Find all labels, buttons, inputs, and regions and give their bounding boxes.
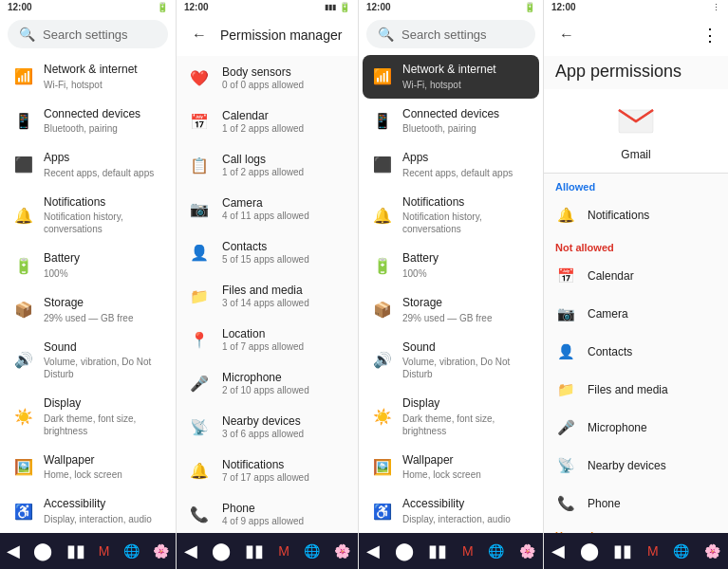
- home-nav-icon-3[interactable]: ⬤: [395, 541, 414, 561]
- recents-nav-icon-3[interactable]: ▮▮: [428, 541, 447, 561]
- not-allowed-phone-item[interactable]: 📞 Phone: [544, 485, 728, 523]
- settings-item-battery[interactable]: 🔋 Battery 100%: [4, 244, 172, 287]
- location-perm-icon: 📍: [188, 328, 211, 351]
- perm-item-microphone[interactable]: 🎤 Microphone 2 of 10 apps allowed: [177, 361, 358, 405]
- phone-perm-name: Phone: [222, 502, 304, 515]
- phone-perm-icon: 📞: [188, 503, 211, 525]
- settings-item-battery-3[interactable]: 🔋 Battery 100%: [363, 244, 539, 287]
- recents-nav-icon-4[interactable]: ▮▮: [613, 541, 632, 561]
- not-allowed-calendar-item[interactable]: 📅 Calendar: [544, 257, 728, 295]
- gmail-nav-icon-1[interactable]: M: [99, 543, 110, 559]
- connected-subtitle-3: Bluetooth, pairing: [402, 122, 530, 135]
- settings-item-wallpaper-3[interactable]: 🖼️ Wallpaper Home, lock screen: [363, 446, 539, 489]
- not-allowed-nearby-item[interactable]: 📡 Nearby devices: [544, 447, 728, 485]
- calllogs-name: Call logs: [222, 153, 304, 166]
- camera-perm-icon: 📷: [188, 197, 211, 220]
- accessibility-title: Accessibility: [44, 497, 162, 512]
- home-nav-icon-1[interactable]: ⬤: [33, 541, 52, 561]
- back-nav-icon-2[interactable]: ◀: [184, 541, 197, 561]
- nearby-perm-name: Nearby devices: [222, 414, 304, 428]
- not-allowed-files-item[interactable]: 📁 Files and media: [544, 371, 728, 409]
- settings-item-notifs-3[interactable]: 🔔 Notifications Notification history, co…: [363, 188, 539, 244]
- search-bar-3[interactable]: 🔍 Search settings: [366, 20, 535, 48]
- gmail-nav-icon-3[interactable]: M: [462, 543, 474, 559]
- perm-item-body[interactable]: ❤️ Body sensors 0 of 0 apps allowed: [177, 56, 358, 100]
- back-nav-icon-3[interactable]: ◀: [366, 541, 380, 561]
- photos-nav-icon-3[interactable]: 🌸: [519, 543, 535, 559]
- perm-item-contacts[interactable]: 👤 Contacts 5 of 15 apps allowed: [177, 230, 358, 274]
- notif-subtitle: Notification history, conversations: [44, 211, 162, 235]
- settings-item-storage[interactable]: 📦 Storage 29% used — GB free: [4, 288, 172, 332]
- settings-item-display[interactable]: ☀️ Display Dark theme, font size, bright…: [4, 389, 172, 445]
- network-title: Network & internet: [44, 63, 162, 78]
- back-button-2[interactable]: ←: [186, 22, 213, 48]
- nearby-perm-count: 3 of 6 apps allowed: [222, 429, 304, 439]
- wallpaper-subtitle-3: Home, lock screen: [402, 468, 530, 481]
- gmail-nav-icon-4[interactable]: M: [647, 543, 659, 559]
- not-allowed-microphone-item[interactable]: 🎤 Microphone: [544, 409, 728, 447]
- recents-nav-icon-1[interactable]: ▮▮: [66, 541, 85, 561]
- back-nav-icon-4[interactable]: ◀: [551, 541, 565, 561]
- perm-item-calendar[interactable]: 📅 Calendar 1 of 2 apps allowed: [177, 100, 358, 143]
- battery-title: Battery: [44, 251, 162, 266]
- home-nav-icon-2[interactable]: ⬤: [212, 541, 231, 561]
- more-options-button[interactable]: ⋮: [701, 25, 719, 46]
- apps-subtitle: Recent apps, default apps: [44, 167, 162, 179]
- not-allowed-calendar-icon: 📅: [555, 266, 576, 286]
- not-allowed-contacts-item[interactable]: 👤 Contacts: [544, 333, 728, 371]
- display-title-3: Display: [402, 396, 530, 412]
- chrome-nav-icon-4[interactable]: 🌐: [673, 543, 689, 559]
- perm-item-location[interactable]: 📍 Location 1 of 7 apps allowed: [177, 318, 358, 361]
- wallpaper-icon: 🖼️: [13, 457, 34, 478]
- home-nav-icon-4[interactable]: ⬤: [580, 541, 599, 561]
- settings-item-storage-3[interactable]: 📦 Storage 29% used — GB free: [363, 288, 539, 332]
- photos-nav-icon-2[interactable]: 🌸: [334, 543, 350, 559]
- photos-nav-icon-1[interactable]: 🌸: [153, 543, 169, 559]
- back-button-4[interactable]: ←: [553, 22, 580, 48]
- perm-item-calllogs[interactable]: 📋 Call logs 1 of 2 apps allowed: [177, 143, 358, 187]
- perm-item-notifs[interactable]: 🔔 Notifications 7 of 17 apps allowed: [177, 449, 358, 492]
- more-icon-4[interactable]: ⋮: [712, 3, 720, 12]
- chrome-nav-icon-3[interactable]: 🌐: [488, 543, 504, 559]
- settings-item-network[interactable]: 📶 Network & internet Wi-Fi, hotspot: [4, 55, 172, 99]
- settings-item-sound-3[interactable]: 🔊 Sound Volume, vibration, Do Not Distur…: [363, 333, 539, 389]
- settings-item-display-3[interactable]: ☀️ Display Dark theme, font size, bright…: [363, 389, 539, 445]
- storage-icon: 📦: [13, 300, 34, 321]
- settings-item-connected[interactable]: 📱 Connected devices Bluetooth, pairing: [4, 100, 172, 143]
- apps-subtitle-3: Recent apps, default apps: [402, 167, 530, 179]
- wallpaper-icon-3: 🖼️: [372, 457, 393, 478]
- permission-list: ❤️ Body sensors 0 of 0 apps allowed 📅 Ca…: [177, 56, 358, 533]
- perm-item-camera[interactable]: 📷 Camera 4 of 11 apps allowed: [177, 187, 358, 230]
- photos-nav-icon-4[interactable]: 🌸: [704, 543, 720, 559]
- storage-icon-3: 📦: [372, 300, 393, 321]
- settings-item-wallpaper[interactable]: 🖼️ Wallpaper Home, lock screen: [4, 446, 172, 489]
- chrome-nav-icon-2[interactable]: 🌐: [304, 543, 320, 559]
- settings-item-sound[interactable]: 🔊 Sound Volume, vibration, Do Not Distur…: [4, 333, 172, 389]
- phone-perm-count: 4 of 9 apps allowed: [222, 516, 304, 526]
- allowed-notifs-item[interactable]: 🔔 Notifications: [544, 196, 728, 234]
- settings-item-apps[interactable]: ⬛ Apps Recent apps, default apps: [4, 143, 172, 187]
- perm-item-files[interactable]: 📁 Files and media 3 of 14 apps allowed: [177, 274, 358, 318]
- settings-item-connected-3[interactable]: 📱 Connected devices Bluetooth, pairing: [363, 100, 539, 143]
- settings-item-accessibility[interactable]: ♿ Accessibility Display, interaction, au…: [4, 489, 172, 533]
- search-bar-1[interactable]: 🔍 Search settings: [8, 20, 168, 48]
- settings-item-network-3[interactable]: 📶 Network & internet Wi-Fi, hotspot: [363, 55, 539, 99]
- sound-icon-3: 🔊: [372, 350, 393, 371]
- network-subtitle: Wi-Fi, hotspot: [44, 79, 162, 91]
- microphone-perm-name: Microphone: [222, 371, 309, 384]
- not-allowed-nearby-icon: 📡: [555, 455, 576, 476]
- settings-item-notifications[interactable]: 🔔 Notifications Notification history, co…: [4, 188, 172, 244]
- settings-item-accessibility-3[interactable]: ♿ Accessibility Display, interaction, au…: [363, 489, 539, 533]
- gmail-nav-icon-2[interactable]: M: [278, 543, 289, 559]
- battery-subtitle-3: 100%: [402, 267, 530, 280]
- perm-item-nearby[interactable]: 📡 Nearby devices 3 of 6 apps allowed: [177, 405, 358, 449]
- recents-nav-icon-2[interactable]: ▮▮: [245, 541, 264, 561]
- status-icons-4: ⋮: [712, 2, 720, 12]
- settings-item-apps-3[interactable]: ⬛ Apps Recent apps, default apps: [363, 143, 539, 187]
- connected-subtitle: Bluetooth, pairing: [44, 122, 162, 135]
- battery-icon-item: 🔋: [13, 255, 34, 276]
- back-nav-icon-1[interactable]: ◀: [7, 541, 20, 561]
- not-allowed-camera-item[interactable]: 📷 Camera: [544, 295, 728, 333]
- chrome-nav-icon-1[interactable]: 🌐: [123, 543, 140, 559]
- perm-item-phone[interactable]: 📞 Phone 4 of 9 apps allowed: [177, 492, 358, 533]
